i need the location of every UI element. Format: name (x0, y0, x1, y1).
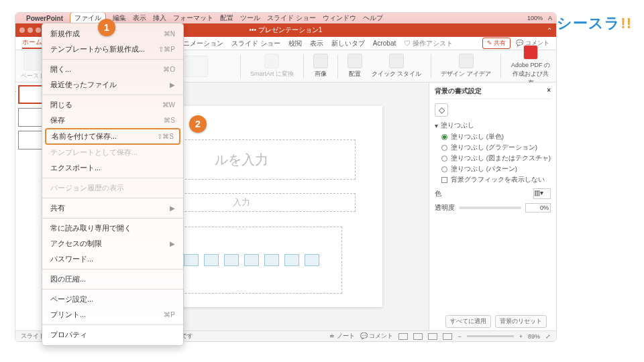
menu-help[interactable]: ヘルプ (363, 13, 383, 23)
zoom-icon[interactable] (36, 27, 41, 33)
annotation-badge-1: 1 (98, 19, 115, 36)
traffic-lights[interactable] (19, 27, 41, 33)
tab-new[interactable]: 新しいタブ (331, 39, 365, 48)
design-ideas-icon (459, 54, 474, 68)
file-menu-item[interactable]: 図の圧縮... (42, 272, 183, 287)
pane-close-icon[interactable]: × (547, 86, 551, 96)
file-menu-item[interactable]: テンプレートから新規作成...⇧⌘P (42, 42, 183, 57)
app-name[interactable]: PowerPoint (26, 15, 63, 22)
hide-bg-graphics[interactable]: 背景グラフィックを表示しない (441, 176, 551, 184)
insert-icon-icon[interactable] (305, 254, 319, 266)
fill-picture[interactable]: 塗りつぶし (図またはテクスチャ) (441, 154, 551, 163)
file-menu-item[interactable]: 開く...⌘O (42, 62, 183, 77)
transparency-slider[interactable] (459, 206, 521, 209)
file-menu-item[interactable]: 保存⌘S (42, 113, 183, 128)
zoom-value[interactable]: 89% (528, 333, 540, 340)
file-menu-item[interactable]: 名前を付けて保存...⇧⌘S (45, 128, 180, 145)
insert-3d-icon[interactable] (224, 254, 239, 266)
color-label: 色 (435, 189, 441, 198)
file-menu-item[interactable]: プリント...⌘P (42, 307, 183, 322)
menu-insert[interactable]: 挿入 (153, 13, 166, 23)
transparency-value[interactable]: 0% (525, 203, 551, 213)
insert-chart-icon[interactable] (184, 254, 199, 266)
styles-icon (389, 54, 404, 68)
adobe-group[interactable]: Adobe PDF の 作成および共有 (511, 45, 551, 87)
picture-group[interactable]: 画像 (313, 54, 328, 78)
menu-tools[interactable]: ツール (240, 13, 260, 23)
fill-tool-icon[interactable]: ◇ (435, 103, 448, 117)
arrange-icon (347, 54, 362, 68)
notes-button[interactable]: ≐ ノート (329, 332, 355, 341)
smartart-group[interactable]: SmartArt に変換 (250, 54, 294, 78)
adobe-pdf-icon (523, 45, 538, 60)
file-menu-item[interactable]: プロパティ (42, 327, 183, 343)
tab-view[interactable]: 表示 (310, 39, 323, 48)
file-menu-item: テンプレートとして保存... (42, 145, 183, 160)
fill-section[interactable]: ▾ 塗りつぶし (435, 121, 551, 130)
file-menu-item[interactable]: 最近使ったファイル▶ (42, 77, 183, 93)
menu-view[interactable]: 表示 (133, 13, 146, 23)
file-menu-dropdown: 新規作成⌘Nテンプレートから新規作成...⇧⌘P開く...⌘O最近使ったファイル… (42, 23, 184, 346)
menu-format[interactable]: フォーマット (173, 13, 213, 23)
share-button[interactable]: ✎ 共有 (482, 38, 511, 49)
tab-home[interactable]: ホーム (22, 38, 42, 49)
ime-indicator: A (548, 15, 552, 21)
zoom-slider[interactable] (467, 335, 514, 337)
normal-view-icon[interactable] (398, 333, 408, 340)
insert-video-icon[interactable] (284, 254, 299, 266)
ribbon-collapse-icon[interactable]: ⌃ (547, 27, 552, 34)
mac-menubar: PowerPoint ファイル 編集 表示 挿入 フォーマット 配置 ツール ス… (15, 13, 556, 23)
menu-arrange[interactable]: 配置 (220, 13, 233, 23)
annotation-badge-2: 2 (189, 115, 207, 133)
file-menu-item[interactable]: エクスポート... (42, 160, 183, 176)
file-menu-item[interactable]: 常に読み取り専用で開く (42, 221, 183, 236)
file-menu-item[interactable]: 共有▶ (42, 200, 183, 216)
reset-bg-button[interactable]: 背景のリセット (495, 315, 547, 328)
zoom-out-icon[interactable]: − (458, 333, 461, 340)
site-logo: シースラ!! (557, 13, 632, 34)
insert-picture-icon[interactable] (244, 254, 259, 266)
file-menu-item[interactable]: パスワード... (42, 251, 183, 267)
color-picker[interactable]: ▥▾ (533, 188, 551, 199)
zoom-in-icon[interactable]: + (519, 333, 523, 340)
fill-pattern[interactable]: 塗りつぶし (パターン) (441, 165, 551, 174)
tab-review[interactable]: 校閲 (288, 39, 302, 48)
tab-slideshow[interactable]: スライド ショー (231, 39, 280, 48)
tell-me[interactable]: ♡ 操作アシスト (404, 39, 453, 48)
file-menu-item[interactable]: アクセスの制限▶ (42, 236, 183, 251)
reading-view-icon[interactable] (428, 333, 437, 340)
format-background-pane: 背景の書式設定× ◇ ▾ 塗りつぶし 塗りつぶし (単色) 塗りつぶし (グラデ… (429, 82, 556, 330)
menu-slideshow[interactable]: スライド ショー (267, 13, 316, 23)
transparency-label: 透明度 (435, 203, 455, 213)
insert-smartart-icon[interactable] (204, 254, 219, 266)
fit-to-window-icon[interactable]: ⤢ (545, 333, 551, 340)
minimize-icon[interactable] (28, 27, 33, 33)
design-ideas-group[interactable]: デザイン アイデア (441, 54, 491, 78)
arrange-group[interactable]: 配置 (347, 54, 362, 78)
file-menu-item[interactable]: ページ設定... (42, 292, 183, 307)
file-menu-item[interactable]: 閉じる⌘W (42, 97, 183, 113)
tab-acrobat[interactable]: Acrobat (373, 40, 396, 47)
slideshow-view-icon[interactable] (443, 333, 452, 340)
menu-edit[interactable]: 編集 (113, 13, 126, 23)
insert-online-pic-icon[interactable] (264, 254, 279, 266)
file-menu-item: バージョン履歴の表示 (42, 180, 183, 196)
pane-title: 背景の書式設定 (435, 86, 482, 96)
sorter-view-icon[interactable] (413, 333, 423, 340)
picture-icon (313, 54, 328, 68)
battery-indicator: 100% (527, 15, 543, 21)
fill-solid[interactable]: 塗りつぶし (単色) (441, 133, 551, 141)
comments-status[interactable]: 💬 コメント (360, 332, 394, 341)
apply-all-button[interactable]: すべてに適用 (445, 315, 491, 328)
fill-gradient[interactable]: 塗りつぶし (グラデーション) (441, 143, 551, 152)
menu-window[interactable]: ウィンドウ (323, 13, 356, 23)
close-icon[interactable] (19, 27, 25, 33)
quickstyles-group[interactable]: クイック スタイル (372, 54, 422, 78)
